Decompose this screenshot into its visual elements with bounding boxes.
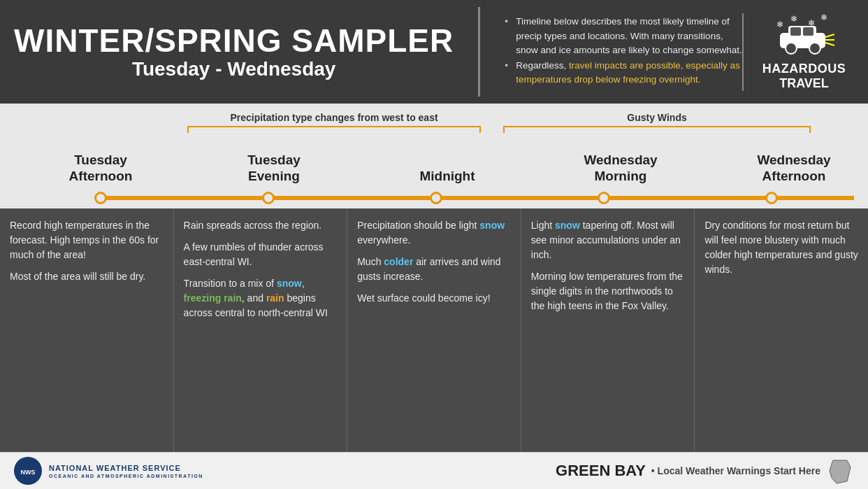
hazard-block: ❄ ❄ ❄ ❄ [742, 13, 854, 91]
svg-point-9 [809, 43, 820, 54]
page-wrapper: WINTER/SPRING SAMPLER Tuesday - Wednesda… [0, 0, 868, 489]
svg-line-10 [825, 34, 834, 37]
brace-gusty-line [503, 126, 811, 133]
brace-precip-line [187, 126, 481, 133]
content-col-3: Precipitation should be light snow every… [347, 208, 521, 452]
footer-city: GREEN BAY [556, 462, 646, 480]
highlight-snow-3: snow [479, 220, 505, 231]
hazard-icon: ❄ ❄ ❄ ❄ [773, 13, 836, 59]
footer-org-sub: OCEANIC AND ATMOSPHERIC ADMINISTRATION [49, 474, 203, 479]
timeline-dot-5 [765, 192, 778, 204]
timeline-line [101, 196, 854, 200]
brace-precip-label: Precipitation type changes from west to … [187, 112, 481, 133]
footer-logo: NWS NATIONAL WEATHER SERVICE OCEANIC AND… [14, 457, 203, 485]
subtitle: Tuesday - Wednesday [14, 58, 454, 80]
timeline-section: Precipitation type changes from west to … [0, 104, 868, 208]
footer-org-name: NATIONAL WEATHER SERVICE [49, 463, 203, 473]
content-p-1-2: Most of the area will still be dry. [10, 269, 164, 284]
svg-rect-7 [803, 27, 813, 36]
highlight-freezing-rain: freezing rain [184, 292, 242, 304]
content-col-2: Rain spreads across the region. A few ru… [174, 208, 348, 452]
timeline-dot-2 [262, 192, 275, 204]
content-p-3-3: Wet surface could become icy! [357, 291, 511, 306]
highlight-rain: rain [266, 292, 284, 304]
svg-rect-6 [790, 27, 801, 36]
content-p-2-2: A few rumbles of thunder across east-cen… [184, 240, 338, 269]
content-col-4: Light snow tapering off. Most will see m… [521, 208, 695, 452]
header: WINTER/SPRING SAMPLER Tuesday - Wednesda… [0, 0, 868, 104]
brace-precip-text: Precipitation type changes from west to … [187, 112, 481, 123]
day-label-3: Midnight [361, 169, 534, 185]
footer-tagline: • Local Weather Warnings Start Here [651, 465, 820, 476]
svg-text:NWS: NWS [21, 469, 36, 476]
highlight-colder: colder [384, 256, 413, 267]
day-label-4: Wednesday Morning [534, 153, 707, 185]
text-record-high: Record high temperatures in the forecast… [10, 220, 159, 260]
wi-map-icon [826, 457, 854, 485]
content-p-4-1: Light snow tapering off. Most will see m… [531, 218, 685, 262]
content-p-2-3: Transition to a mix of snow, freezing ra… [184, 276, 338, 320]
content-p-5-1: Dry conditions for most return but will … [704, 218, 858, 277]
header-bullets: Timeline below describes the most likely… [491, 15, 742, 88]
svg-text:❄: ❄ [820, 13, 827, 22]
timeline-dot-4 [598, 192, 610, 204]
svg-text:❄: ❄ [790, 14, 797, 24]
content-p-3-2: Much colder air arrives and wind gusts i… [357, 255, 511, 284]
brace-row: Precipitation type changes from west to … [14, 112, 854, 153]
bullet-1: Timeline below describes the most likely… [505, 15, 742, 57]
day-label-1: Tuesday Afternoon [14, 153, 187, 185]
timeline-dot-3 [430, 192, 442, 204]
highlight-snow-2: snow [277, 278, 302, 289]
bullet-2: Regardless, travel impacts are possible,… [505, 59, 742, 87]
svg-text:❄: ❄ [776, 20, 783, 29]
timeline-dot-1 [94, 192, 107, 204]
footer-org-text: NATIONAL WEATHER SERVICE OCEANIC AND ATM… [49, 463, 203, 478]
header-divider [478, 7, 480, 97]
hazard-label: HAZARDOUS [762, 62, 846, 76]
highlight-snow-4: snow [555, 220, 580, 231]
content-col-1: Record high temperatures in the forecast… [0, 208, 174, 452]
day-label-2: Tuesday Evening [187, 153, 361, 185]
content-p-2-1: Rain spreads across the region. [184, 218, 338, 233]
day-label-5: Wednesday Afternoon [707, 153, 868, 185]
brace-gusty-label: Gusty Winds [503, 112, 811, 133]
nws-logo-circle: NWS [14, 457, 42, 485]
content-p-1-1: Record high temperatures in the forecast… [10, 218, 164, 262]
hazard-label-sub: TRAVEL [779, 76, 829, 91]
header-title-block: WINTER/SPRING SAMPLER Tuesday - Wednesda… [14, 23, 468, 81]
content-p-3-1: Precipitation should be light snow every… [357, 218, 511, 248]
timeline-bar-row [14, 187, 854, 208]
svg-point-8 [786, 43, 797, 54]
day-labels-row: Tuesday Afternoon Tuesday Evening Midnig… [14, 153, 854, 187]
content-col-5: Dry conditions for most return but will … [695, 208, 868, 452]
brace-gusty-text: Gusty Winds [503, 112, 811, 123]
footer-right: GREEN BAY • Local Weather Warnings Start… [556, 457, 854, 485]
svg-line-12 [825, 43, 834, 45]
content-p-4-2: Morning low temperatures from the single… [531, 269, 685, 313]
main-title: WINTER/SPRING SAMPLER [14, 23, 454, 59]
footer: NWS NATIONAL WEATHER SERVICE OCEANIC AND… [0, 452, 868, 489]
highlight-travel: travel impacts are possible, especially … [516, 60, 739, 85]
content-section: Record high temperatures in the forecast… [0, 208, 868, 452]
